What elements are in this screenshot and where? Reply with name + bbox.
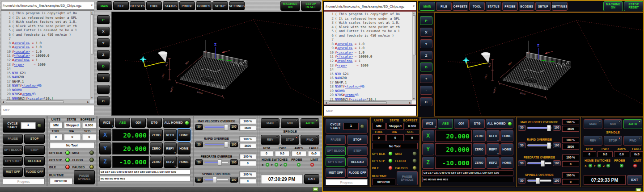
zoom-out-button[interactable]: - xyxy=(97,85,110,94)
mdi-mode-button[interactable]: MDI xyxy=(604,119,623,129)
view-x-button[interactable]: X xyxy=(420,28,432,37)
rapid-slider[interactable] xyxy=(204,143,229,146)
mist-off-button[interactable]: MIST OFF xyxy=(3,167,23,177)
scroll-right-icon[interactable]: ▶ xyxy=(409,101,411,104)
rapid-slider[interactable] xyxy=(527,144,551,146)
stop-button[interactable]: STOP xyxy=(24,134,44,144)
max-velocity-slider[interactable] xyxy=(204,126,229,128)
reload-button[interactable]: RELOAD xyxy=(24,156,44,166)
zoom-in-button[interactable]: + xyxy=(97,73,110,82)
g54-button[interactable]: G54 xyxy=(131,118,146,128)
override-100-button[interactable]: 100 xyxy=(553,125,561,131)
gcode-line[interactable]: 7 xyxy=(1,37,90,41)
horizontal-scroll-thumb[interactable] xyxy=(6,100,64,103)
gcode-line[interactable]: 14 xyxy=(324,67,412,72)
gcode-line[interactable]: 7 xyxy=(324,38,412,42)
spindle-fwd-button[interactable]: FWD xyxy=(301,135,319,145)
gcode-line[interactable]: 5( and Cutter is assumed to be a 1 xyxy=(324,29,412,33)
mdi-mode-button[interactable]: MDI xyxy=(281,118,300,128)
scroll-down-icon[interactable]: ▼ xyxy=(91,96,93,99)
spindle-stop-button[interactable]: STOP xyxy=(281,135,300,145)
slider-thumb[interactable] xyxy=(541,160,545,167)
view-x-button[interactable]: X xyxy=(97,27,110,36)
clear-path-button[interactable]: C xyxy=(97,96,110,105)
step-button[interactable]: STEP xyxy=(24,145,44,155)
scroll-up-icon[interactable]: ▲ xyxy=(413,12,415,15)
view-y-button[interactable]: Y xyxy=(97,38,110,47)
view-dimensions-button[interactable]: D xyxy=(420,63,432,71)
reload-button[interactable]: RELOAD xyxy=(347,157,367,167)
tab-main[interactable]: MAIN xyxy=(419,2,435,11)
slider-thumb[interactable] xyxy=(547,142,551,149)
pause-button[interactable]: PAUSE xyxy=(3,134,23,144)
gcode-line[interactable]: 15N30 G21 xyxy=(324,72,412,76)
view-perspective-button[interactable]: P xyxy=(420,16,432,25)
pause-spindle-button[interactable]: PAUSE SPINDLE xyxy=(397,171,418,185)
feedrate-slider[interactable] xyxy=(527,162,551,164)
axis-x-button[interactable]: X xyxy=(422,130,434,142)
tab-tool[interactable]: TOOL xyxy=(146,1,162,10)
override-100-button[interactable]: 100 xyxy=(553,142,561,148)
auto-mode-button[interactable]: AUTO xyxy=(623,119,642,129)
man-mode-button[interactable]: MAN xyxy=(261,118,280,128)
view-dimensions-button[interactable]: D xyxy=(97,62,110,71)
override-100-button[interactable]: 100 xyxy=(230,159,238,165)
tab-offsets[interactable]: OFFSETS xyxy=(453,2,468,11)
gcode-line[interactable]: 2( It is released here under a GPL xyxy=(324,17,412,21)
vertical-scroll-thumb[interactable] xyxy=(91,14,94,54)
ref-x-button[interactable]: REFX▾ xyxy=(487,130,500,142)
gcode-line[interactable]: 15N30 G21 xyxy=(1,71,90,75)
flood-off-button[interactable]: FLOOD OFF xyxy=(24,167,44,177)
step-button[interactable]: STEP xyxy=(347,146,367,156)
tab-status[interactable]: STATUS xyxy=(163,1,178,10)
vertical-scroll-thumb[interactable] xyxy=(413,15,416,55)
home-x-button[interactable]: HOME xyxy=(500,130,513,142)
tab-setup[interactable]: SETUP xyxy=(212,1,228,10)
gcode-line[interactable]: 5( and Cutter is assumed to be a 1 xyxy=(1,28,90,33)
zero-x-button[interactable]: ZERO xyxy=(473,130,486,142)
clear-path-button[interactable]: C xyxy=(420,97,432,106)
tab-main[interactable]: MAIN xyxy=(97,1,112,10)
view-perspective-button[interactable]: P xyxy=(97,15,110,24)
gcode-line[interactable]: 8#<xscale> = 1.0 xyxy=(1,41,90,46)
zero-y-button[interactable]: ZERO xyxy=(150,142,163,154)
override-50-button[interactable]: 50 xyxy=(518,125,526,131)
spindle-stop-button[interactable]: STOP xyxy=(604,136,623,146)
vertical-scrollbar[interactable]: ▲ ▼ xyxy=(412,12,416,100)
wcs-dropdown[interactable]: WCS▾ xyxy=(422,119,437,129)
gcode-line[interactable]: 3( With scales factors set at 1.0, xyxy=(324,21,412,25)
gcode-line[interactable]: 1( This program is copyright of Ra xyxy=(324,12,412,17)
override-50-button[interactable]: 50 xyxy=(195,124,203,130)
home-x-button[interactable]: HOME xyxy=(178,129,191,141)
gcode-line[interactable]: 8#<xscale> = 1.0 xyxy=(324,42,412,46)
gcode-line[interactable]: 4( block with the zero point at th xyxy=(1,24,90,29)
gcode-line[interactable]: 6( and feedrate is 450 mm/min ) xyxy=(1,33,90,37)
exit-button[interactable]: EXIT xyxy=(304,174,319,184)
mdi-input[interactable]: MDI: xyxy=(1,105,94,115)
gcode-listing[interactable]: 1( This program is copyright of Ra2( It … xyxy=(1,10,94,104)
cycle-count-input[interactable]: 1 xyxy=(343,123,359,130)
gcode-listing[interactable]: 1( This program is copyright of Ra2( It … xyxy=(324,11,416,105)
view-z-button[interactable]: Z xyxy=(97,50,110,59)
flood-off-button[interactable]: FLOOD OFF xyxy=(347,168,367,178)
axis-z-button[interactable]: Z xyxy=(422,157,434,169)
spindle-fwd-button[interactable]: FWD xyxy=(623,136,642,146)
scroll-right-icon[interactable]: ▶ xyxy=(87,100,89,103)
home-y-button[interactable]: HOME xyxy=(178,142,191,154)
gcode-line[interactable]: 14 xyxy=(1,67,90,71)
auto-mode-button[interactable]: AUTO xyxy=(301,118,319,128)
zero-z-button[interactable]: ZERO xyxy=(473,157,486,169)
tab-settings[interactable]: SETTINGS xyxy=(229,1,245,10)
gcode-line[interactable]: 18N50T#<toolno>M6 xyxy=(1,83,90,88)
max-velocity-slider[interactable] xyxy=(527,127,551,129)
scroll-left-icon[interactable]: ◀ xyxy=(2,100,4,103)
gcode-line[interactable]: 17G64P.1 xyxy=(1,79,90,84)
override-50-button[interactable]: 50 xyxy=(195,142,203,147)
spindle-rev-button[interactable]: REV xyxy=(261,135,280,145)
toolpath-viewport[interactable]: 40.5 -30.5 -102.5 105.0 99.7 0.0 Z xyxy=(111,12,322,116)
gcode-line[interactable]: 21N90G0Z[#<zscale>*10.] xyxy=(1,96,90,100)
spindle-slider[interactable] xyxy=(527,179,551,182)
gcode-line[interactable]: 10#<zscale> = 1.0 xyxy=(324,50,412,55)
zero-x-button[interactable]: ZERO xyxy=(150,129,163,141)
slider-thumb[interactable] xyxy=(218,159,222,166)
